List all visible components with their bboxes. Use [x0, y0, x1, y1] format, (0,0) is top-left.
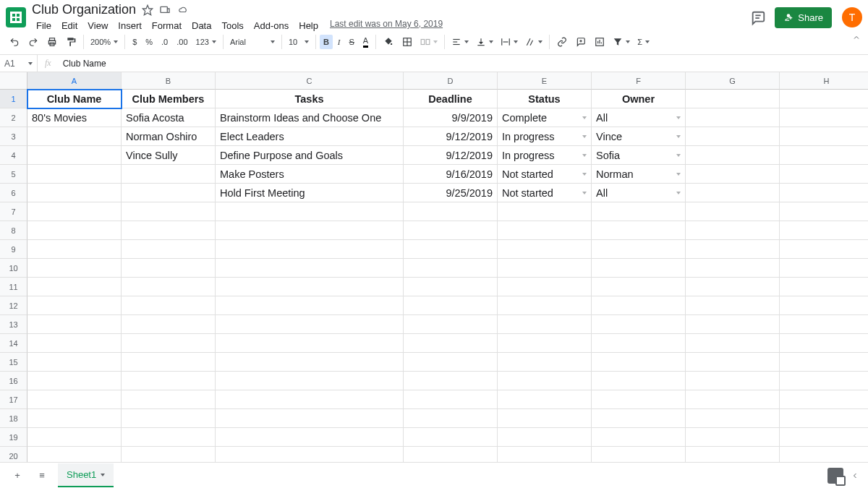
cell[interactable]: [780, 372, 868, 390]
increase-decimal-icon[interactable]: .00: [173, 35, 191, 49]
cell[interactable]: Elect Leaders: [216, 127, 404, 146]
row-header[interactable]: 10: [0, 259, 27, 278]
cell[interactable]: [404, 409, 498, 428]
cell[interactable]: [404, 315, 498, 334]
cell[interactable]: [592, 372, 686, 390]
cell[interactable]: [404, 390, 498, 409]
cell[interactable]: [27, 240, 122, 259]
cell[interactable]: Sofia: [592, 146, 686, 165]
cell[interactable]: 9/25/2019: [404, 184, 498, 202]
cell[interactable]: [404, 334, 498, 353]
move-icon[interactable]: [159, 4, 171, 16]
cell[interactable]: [27, 202, 122, 221]
add-sheet-icon[interactable]: +: [9, 467, 26, 484]
row-header[interactable]: 6: [0, 184, 27, 202]
cell[interactable]: [122, 315, 216, 334]
cell[interactable]: [27, 353, 122, 372]
cell[interactable]: 9/12/2019: [404, 127, 498, 146]
row-header[interactable]: 14: [0, 334, 27, 353]
row-header[interactable]: 2: [0, 108, 27, 127]
cell[interactable]: [686, 390, 780, 409]
cell[interactable]: [686, 221, 780, 240]
cell[interactable]: [216, 315, 404, 334]
row-header[interactable]: 3: [0, 127, 27, 146]
cell[interactable]: [498, 278, 592, 296]
cell[interactable]: [27, 315, 122, 334]
cell[interactable]: [498, 334, 592, 353]
row-header[interactable]: 8: [0, 221, 27, 240]
comment-icon[interactable]: [750, 10, 765, 25]
cell[interactable]: [122, 390, 216, 409]
cell[interactable]: Brainstorm Ideas and Choose One: [216, 108, 404, 127]
row-header[interactable]: 11: [0, 278, 27, 296]
cell[interactable]: [216, 409, 404, 428]
merge-icon[interactable]: [417, 35, 441, 48]
cell[interactable]: [27, 409, 122, 428]
cell[interactable]: [780, 259, 868, 278]
cell[interactable]: [216, 202, 404, 221]
row-header[interactable]: 15: [0, 353, 27, 372]
currency-icon[interactable]: $: [129, 35, 140, 49]
cell[interactable]: [216, 259, 404, 278]
cell[interactable]: Club Name: [27, 90, 122, 108]
cell[interactable]: [216, 278, 404, 296]
col-header[interactable]: B: [122, 72, 216, 90]
cell[interactable]: [592, 240, 686, 259]
cell[interactable]: [122, 202, 216, 221]
filter-icon[interactable]: [610, 35, 633, 48]
borders-icon[interactable]: [399, 34, 416, 50]
cell[interactable]: [404, 221, 498, 240]
cell[interactable]: [498, 259, 592, 278]
cell[interactable]: [122, 372, 216, 390]
row-header[interactable]: 19: [0, 428, 27, 447]
fontsize-select[interactable]: 10: [286, 36, 312, 48]
cell[interactable]: [686, 146, 780, 165]
all-sheets-icon[interactable]: ≡: [33, 467, 51, 484]
cell[interactable]: [498, 296, 592, 315]
cell[interactable]: [404, 259, 498, 278]
cell[interactable]: [686, 165, 780, 184]
cell[interactable]: Norman Oshiro: [122, 127, 216, 146]
cell[interactable]: [780, 296, 868, 315]
cell[interactable]: [592, 315, 686, 334]
doc-title[interactable]: Club Organization: [32, 2, 136, 17]
cell[interactable]: [122, 296, 216, 315]
cell[interactable]: [780, 428, 868, 447]
formula-input[interactable]: Club Name: [59, 59, 868, 69]
cell[interactable]: [122, 240, 216, 259]
cell[interactable]: [404, 240, 498, 259]
cell[interactable]: [686, 353, 780, 372]
functions-icon[interactable]: Σ: [634, 36, 652, 48]
cell[interactable]: [780, 127, 868, 146]
star-icon[interactable]: [142, 4, 153, 16]
cell[interactable]: [498, 315, 592, 334]
cell[interactable]: [122, 278, 216, 296]
row-header[interactable]: 18: [0, 409, 27, 428]
link-icon[interactable]: [553, 34, 571, 50]
cell[interactable]: Define Purpose and Goals: [216, 146, 404, 165]
cell[interactable]: [404, 278, 498, 296]
cell[interactable]: [27, 259, 122, 278]
cell[interactable]: [780, 202, 868, 221]
avatar[interactable]: T: [842, 7, 862, 27]
cell[interactable]: [686, 240, 780, 259]
cell[interactable]: Vince Sully: [122, 146, 216, 165]
col-header[interactable]: D: [404, 72, 498, 90]
cell[interactable]: [592, 353, 686, 372]
paint-format-icon[interactable]: [62, 34, 80, 50]
cell[interactable]: [404, 353, 498, 372]
col-header[interactable]: C: [216, 72, 404, 90]
cell[interactable]: In progress: [498, 146, 592, 165]
cell[interactable]: [686, 315, 780, 334]
cell[interactable]: [780, 240, 868, 259]
row-header[interactable]: 12: [0, 296, 27, 315]
cell[interactable]: [27, 127, 122, 146]
cell[interactable]: [216, 353, 404, 372]
row-header[interactable]: 9: [0, 240, 27, 259]
comment-add-icon[interactable]: [572, 34, 590, 50]
fill-color-icon[interactable]: [380, 34, 397, 50]
cell[interactable]: [122, 353, 216, 372]
cell[interactable]: [498, 202, 592, 221]
cell[interactable]: [780, 334, 868, 353]
cell[interactable]: [404, 428, 498, 447]
